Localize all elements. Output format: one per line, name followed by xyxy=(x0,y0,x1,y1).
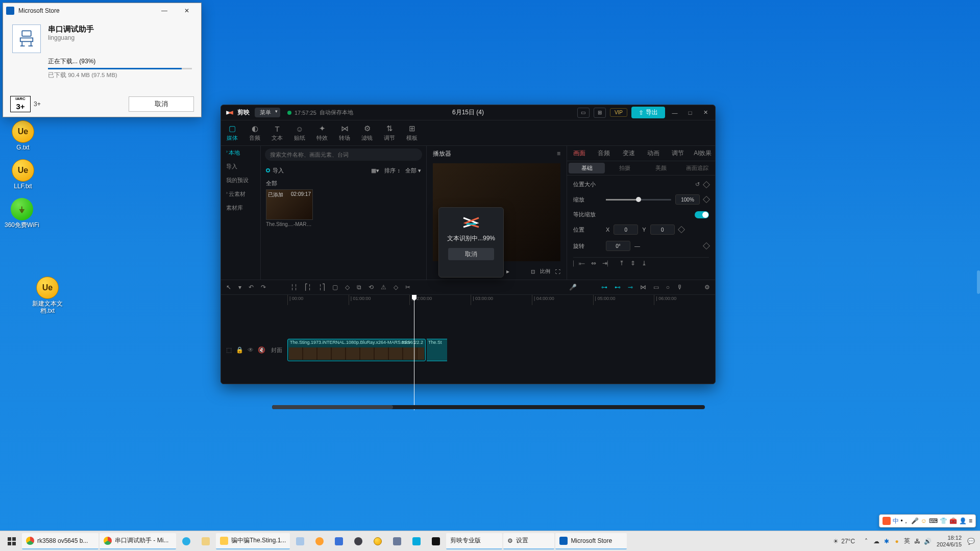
tray-ime-icon[interactable]: 英 xyxy=(903,537,911,545)
warning-icon[interactable]: ⚠ xyxy=(381,284,386,291)
ime-toolbar[interactable]: 中 •， 🎤 ☺ ⌨ 👕 🧰 👤 ≡ xyxy=(879,514,976,528)
menu-dropdown[interactable]: 菜单 xyxy=(255,108,280,117)
taskbar-notepad[interactable] xyxy=(291,533,309,549)
split-right-icon[interactable]: ╎⎤ xyxy=(318,284,325,291)
taskbar-ue[interactable] xyxy=(369,533,387,549)
taskbar-clock[interactable]: 18:12 2024/6/15 xyxy=(934,535,965,547)
mark-icon[interactable]: ◇ xyxy=(345,284,350,291)
mute-icon[interactable]: 🔇 xyxy=(258,346,265,354)
prop-tab-动画[interactable]: 动画 xyxy=(641,146,666,161)
ime-lang[interactable]: 中 xyxy=(893,517,899,525)
ime-keyboard-icon[interactable]: ⌨ xyxy=(929,517,938,524)
taskbar-app-4[interactable] xyxy=(330,533,348,549)
import-button[interactable]: 导入 xyxy=(266,167,284,174)
prop-tab-画面[interactable]: 画面 xyxy=(567,146,592,161)
crop-icon[interactable]: ✂ xyxy=(405,284,410,291)
search-input[interactable] xyxy=(265,148,422,161)
timeline-clip-next[interactable]: The.St xyxy=(427,339,447,361)
lock-track-icon[interactable]: ⬚ xyxy=(226,346,232,354)
align-top-icon[interactable]: ⤒ xyxy=(619,260,624,267)
primary-tab-文本[interactable]: T文本 xyxy=(266,120,288,145)
cancel-button[interactable]: 取消 xyxy=(129,96,194,112)
align-center-h-icon[interactable]: ⇔ xyxy=(591,260,596,267)
primary-tab-滤镜[interactable]: ⚙滤镜 xyxy=(356,120,378,145)
split-icon[interactable]: ╎╎ xyxy=(290,284,298,291)
timeline-ruler[interactable]: | 00:00| 01:00:00| 02:00:00| 03:00:00| 0… xyxy=(221,295,715,305)
tray-bluetooth-icon[interactable]: ✱ xyxy=(883,537,891,545)
reverse-icon[interactable]: ⟲ xyxy=(369,284,374,291)
scale-value[interactable]: 100% xyxy=(675,194,700,205)
ime-punct-icon[interactable]: •， xyxy=(901,517,909,525)
primary-tab-音频[interactable]: ◐音频 xyxy=(243,120,266,145)
taskbar-app-5[interactable] xyxy=(349,533,368,549)
link2-icon[interactable]: ⋈ xyxy=(640,284,646,291)
taskbar-capcut-icon[interactable] xyxy=(427,533,445,549)
minimize-button[interactable]: — xyxy=(153,4,176,18)
lock2-icon[interactable]: 🔒 xyxy=(236,346,243,354)
tray-onedrive-icon[interactable]: ☁ xyxy=(872,537,880,545)
layout-button-2[interactable]: ⊞ xyxy=(594,108,606,118)
timeline-scrollbar[interactable] xyxy=(272,405,705,409)
primary-tab-媒体[interactable]: ▢媒体 xyxy=(221,120,243,145)
lock-ratio-toggle[interactable] xyxy=(695,211,709,218)
ime-user-icon[interactable]: 👤 xyxy=(959,517,967,524)
ime-tool-icon[interactable]: 🧰 xyxy=(949,517,957,524)
prop-tab-调节[interactable]: 调节 xyxy=(666,146,690,161)
tray-chevron-icon[interactable]: ˄ xyxy=(862,537,870,545)
keyframe-icon[interactable] xyxy=(678,226,685,233)
ms-store-titlebar[interactable]: Microsoft Store — ✕ xyxy=(3,3,201,18)
pos-y-input[interactable]: 0 xyxy=(650,224,675,235)
snap-icon[interactable]: ⊶ xyxy=(601,284,607,291)
primary-tab-模板[interactable]: ⊞模板 xyxy=(401,120,423,145)
sub-tab-画面追踪[interactable]: 画面追踪 xyxy=(679,161,715,175)
ime-skin-icon[interactable]: 👕 xyxy=(940,517,947,524)
desktop-icon-g-txt[interactable]: Ue G.txt xyxy=(4,120,42,151)
ime-emoji-icon[interactable]: ☺ xyxy=(921,517,927,524)
primary-tab-转场[interactable]: ⋈转场 xyxy=(333,120,356,145)
tray-notification-icon[interactable]: 💬 xyxy=(967,537,975,545)
eye-icon[interactable]: 👁 xyxy=(248,346,254,354)
prop-tab-变速[interactable]: 变速 xyxy=(617,146,641,161)
align-bottom-icon[interactable]: ⤓ xyxy=(642,260,647,267)
close-button[interactable]: ✕ xyxy=(176,4,198,18)
taskbar-msstore[interactable]: Microsoft Store xyxy=(555,533,627,549)
tray-volume-icon[interactable]: 🔊 xyxy=(923,537,932,545)
desktop-icon-llf-txt[interactable]: Ue LLF.txt xyxy=(4,159,42,190)
primary-tab-调节[interactable]: ⇅调节 xyxy=(378,120,401,145)
timeline[interactable]: | 00:00| 01:00:00| 02:00:00| 03:00:00| 0… xyxy=(221,295,715,410)
prop-tab-AI效果[interactable]: AI效果 xyxy=(691,146,715,161)
next-frame-button[interactable]: ▸ xyxy=(506,268,509,275)
primary-tab-特效[interactable]: ✦特效 xyxy=(311,120,333,145)
editor-minimize-button[interactable]: — xyxy=(669,108,680,118)
timeline-clip[interactable]: The.Sting.1973.iNTERNAL.1080p.BluRay.x26… xyxy=(287,339,426,361)
mic2-icon[interactable]: 🎙 xyxy=(677,284,683,291)
taskbar-app-6[interactable] xyxy=(388,533,406,549)
playhead[interactable] xyxy=(414,295,414,410)
prop-tab-音频[interactable]: 音频 xyxy=(592,146,616,161)
frame-icon[interactable]: ⧉ xyxy=(357,284,361,291)
taskbar-settings[interactable]: ⚙ 设置 xyxy=(503,533,554,549)
crop-preview-icon[interactable]: ⊡ xyxy=(531,269,535,274)
media-clip[interactable]: 已添加 02:09:17 The.Sting....-MARS.mkv xyxy=(266,189,313,227)
modal-cancel-button[interactable]: 取消 xyxy=(448,248,494,260)
taskbar-capcut[interactable]: 剪映专业版 xyxy=(446,533,502,549)
taskbar-chrome-2[interactable]: 串口调试助手 - Mi... xyxy=(100,533,176,549)
taskbar-folder[interactable]: 骗中骗The.Sting.1... xyxy=(216,533,290,549)
sub-tab-拍摄[interactable]: 拍摄 xyxy=(606,161,643,175)
undo-icon[interactable]: ↶ xyxy=(249,284,254,291)
start-button[interactable] xyxy=(2,533,21,549)
taskbar-chrome-1[interactable]: rk3588 ov5645 b... xyxy=(22,533,99,549)
taskbar-app-7[interactable] xyxy=(407,533,426,549)
view-grid-icon[interactable]: ▦▾ xyxy=(371,167,379,174)
vip-badge[interactable]: VIP xyxy=(610,108,627,117)
editor-close-button[interactable]: ✕ xyxy=(700,108,711,118)
redo-icon[interactable]: ↷ xyxy=(261,284,266,291)
ratio-button[interactable]: 比例 xyxy=(540,268,550,275)
rotate-input[interactable]: 0° xyxy=(606,241,630,251)
tray-network-icon[interactable]: 🖧 xyxy=(913,537,921,545)
sidebar-item-素材库[interactable]: 素材库 xyxy=(221,201,260,215)
sidebar-item-我的预设[interactable]: 我的预设 xyxy=(221,173,260,187)
sort-button[interactable]: 排序 ↕ xyxy=(384,167,400,174)
editor-titlebar[interactable]: 剪映 菜单 17:57:25 自动保存本地 6月15日 (4) ▭ ⊞ VIP … xyxy=(221,105,715,120)
align-middle-v-icon[interactable]: ⇕ xyxy=(630,260,635,267)
